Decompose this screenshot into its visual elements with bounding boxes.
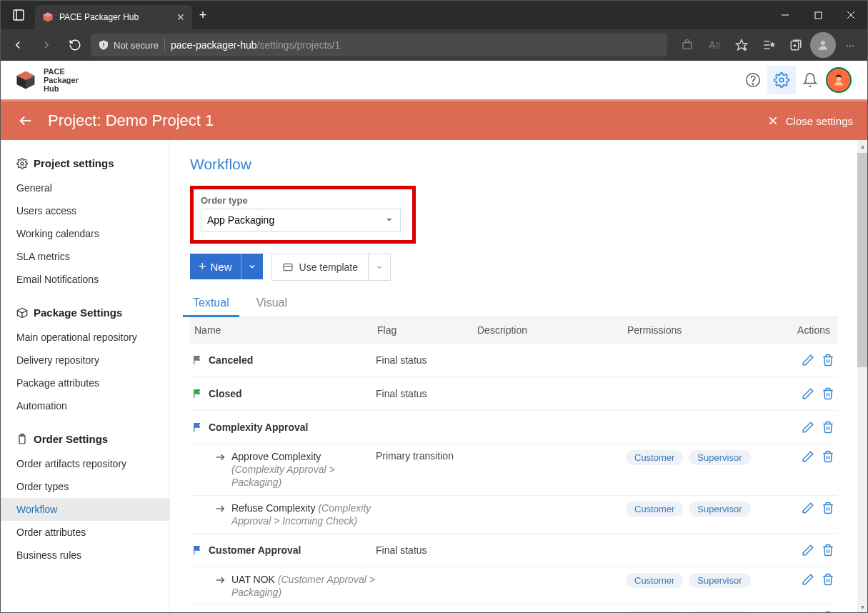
delete-icon[interactable] xyxy=(822,573,834,586)
permission-pill[interactable]: Customer xyxy=(626,502,683,517)
tab-visual[interactable]: Visual xyxy=(254,289,290,317)
sidebar-item-general[interactable]: General xyxy=(1,176,169,199)
nav-back-icon[interactable] xyxy=(5,32,31,58)
row-perm-cell: CustomerSupervisor xyxy=(626,502,777,517)
nav-refresh-icon[interactable] xyxy=(62,32,88,58)
settings-icon[interactable] xyxy=(767,66,796,94)
edit-icon[interactable] xyxy=(802,387,814,400)
scroll-thumb[interactable] xyxy=(857,153,867,367)
edit-icon[interactable] xyxy=(802,354,814,367)
tab-list-icon[interactable] xyxy=(6,3,31,27)
app-root: PACE Packager Hub Project: Demo Project … xyxy=(1,61,867,612)
row-name-cell: Customer Approval xyxy=(193,544,376,556)
delete-icon[interactable] xyxy=(822,611,834,612)
delete-icon[interactable] xyxy=(822,450,834,463)
sidebar-item-delivery-repo[interactable]: Delivery repository xyxy=(1,349,169,372)
delete-icon[interactable] xyxy=(822,354,834,367)
order-type-label: Order type xyxy=(201,195,401,206)
edit-icon[interactable] xyxy=(802,544,814,557)
table-row: Customer ApprovalFinal status xyxy=(190,534,837,567)
edit-icon[interactable] xyxy=(802,450,814,463)
sidebar-item-automation[interactable]: Automation xyxy=(1,394,169,417)
permission-pill[interactable]: Supervisor xyxy=(689,611,750,612)
sidebar-item-working-calendars[interactable]: Working calendars xyxy=(1,222,169,245)
nav-forward-icon xyxy=(34,32,59,58)
help-icon[interactable] xyxy=(739,66,767,94)
tab-close-icon[interactable]: ✕ xyxy=(176,11,185,23)
notifications-icon[interactable] xyxy=(796,66,824,94)
scroll-up-icon[interactable]: ▴ xyxy=(857,140,867,151)
new-tab-button[interactable]: + xyxy=(192,8,214,23)
sidebar-item-business-rules[interactable]: Business rules xyxy=(1,544,169,567)
row-perm-cell: CustomerSupervisor xyxy=(626,611,777,612)
col-flag: Flag xyxy=(377,324,477,336)
use-template-button[interactable]: Use template xyxy=(271,254,391,281)
app-logo[interactable]: PACE Packager Hub xyxy=(15,67,79,93)
permission-pill[interactable]: Customer xyxy=(626,611,683,612)
read-aloud-icon[interactable]: A)) xyxy=(702,32,727,58)
svg-point-20 xyxy=(821,41,825,45)
delete-icon[interactable] xyxy=(822,502,834,514)
vertical-scrollbar[interactable]: ▴ ▾ xyxy=(857,140,867,612)
shopping-icon[interactable] xyxy=(674,32,700,58)
sidebar-item-sla-metrics[interactable]: SLA metrics xyxy=(1,245,169,268)
close-icon xyxy=(767,115,779,126)
back-icon[interactable] xyxy=(15,110,36,131)
tab-textual[interactable]: Textual xyxy=(190,289,232,317)
favorites-bar-icon[interactable] xyxy=(756,32,782,58)
browser-tab[interactable]: PACE Packager Hub ✕ xyxy=(35,5,192,29)
app-logo-text: PACE Packager Hub xyxy=(44,67,79,93)
close-settings-button[interactable]: Close settings xyxy=(767,115,853,127)
row-flag-cell: Final status xyxy=(376,388,476,399)
use-template-dropdown[interactable] xyxy=(368,254,390,280)
sidebar-item-order-types[interactable]: Order types xyxy=(1,475,169,498)
sidebar-item-package-attributes[interactable]: Package attributes xyxy=(1,372,169,394)
new-button[interactable]: +New xyxy=(190,254,263,279)
sidebar-item-order-attributes[interactable]: Order attributes xyxy=(1,521,169,544)
delete-icon[interactable] xyxy=(822,544,834,557)
url-input[interactable]: Not secure pace-packager-hub/settings/pr… xyxy=(91,34,667,56)
row-actions xyxy=(777,387,834,400)
more-icon[interactable]: ··· xyxy=(837,32,863,58)
window-maximize-icon[interactable] xyxy=(802,1,834,29)
permission-pill[interactable]: Customer xyxy=(626,450,683,465)
sidebar-item-users-access[interactable]: Users access xyxy=(1,199,169,222)
sidebar-item-workflow[interactable]: Workflow xyxy=(1,498,169,521)
svg-point-26 xyxy=(779,78,784,82)
row-perm-cell: CustomerSupervisor xyxy=(626,573,777,588)
new-button-label: New xyxy=(211,261,232,273)
permission-pill[interactable]: Customer xyxy=(626,573,683,588)
row-name-cell: Complexity Approval xyxy=(193,422,376,433)
profile-avatar-icon[interactable] xyxy=(810,32,836,58)
order-type-select[interactable]: App Packaging xyxy=(201,209,401,231)
permission-pill[interactable]: Supervisor xyxy=(689,502,750,517)
user-avatar[interactable] xyxy=(824,66,853,94)
row-name-cell: Closed xyxy=(193,388,376,399)
favorites-icon[interactable]: + xyxy=(729,32,754,58)
row-actions xyxy=(777,573,834,586)
secondary-header: Project: Demo Project 1 Close settings xyxy=(1,99,867,140)
permission-pill[interactable]: Supervisor xyxy=(689,573,750,588)
edit-icon[interactable] xyxy=(802,502,814,514)
edit-icon[interactable] xyxy=(802,611,814,612)
window-minimize-icon[interactable] xyxy=(769,1,802,29)
new-button-dropdown[interactable] xyxy=(241,254,263,279)
svg-rect-0 xyxy=(14,10,24,20)
window-close-icon[interactable] xyxy=(834,1,867,29)
sidebar-item-order-artifacts[interactable]: Order artifacts repository xyxy=(1,452,169,475)
sidebar-item-main-repo[interactable]: Main operational repository xyxy=(1,326,169,349)
edit-icon[interactable] xyxy=(802,573,814,586)
delete-icon[interactable] xyxy=(822,387,834,400)
sidebar-item-email-notifications[interactable]: Email Notifications xyxy=(1,268,169,291)
permission-pill[interactable]: Supervisor xyxy=(689,450,750,465)
cube-icon xyxy=(15,69,36,91)
collections-icon[interactable] xyxy=(783,32,809,58)
row-name-cell: UAT NOK (Customer Approval > Packaging) xyxy=(193,573,376,599)
delete-icon[interactable] xyxy=(822,421,834,434)
edit-icon[interactable] xyxy=(802,421,814,434)
svg-text:+: + xyxy=(743,46,747,52)
grid-header: Name Flag Description Permissions Action… xyxy=(190,317,837,344)
scroll-down-icon[interactable]: ▾ xyxy=(857,601,867,612)
table-row: UAT NOK (Customer Approval > Packaging)C… xyxy=(190,567,837,605)
table-row: Refuse Complexity (Complexity Approval >… xyxy=(190,496,837,534)
